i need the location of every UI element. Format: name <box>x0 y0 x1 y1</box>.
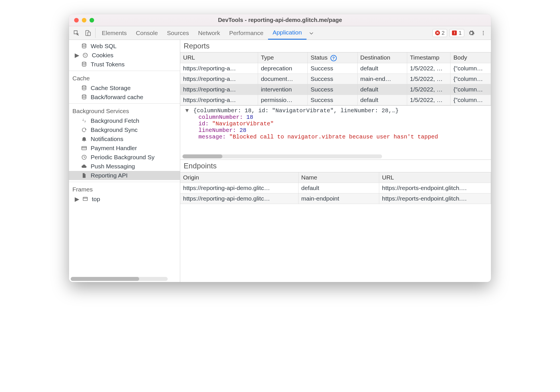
more-options-button[interactable] <box>478 30 488 36</box>
settings-button[interactable] <box>466 30 476 36</box>
sidebar-item-frame-top[interactable]: ▶ top <box>69 195 180 204</box>
database-icon <box>80 62 88 67</box>
database-icon <box>80 94 88 100</box>
sidebar-item-notifications[interactable]: Notifications <box>69 134 180 144</box>
reports-row[interactable]: https://reporting-a… intervention Succes… <box>180 84 491 95</box>
frame-icon <box>82 196 89 202</box>
detail-value: 18 <box>246 114 253 121</box>
sidebar-item-payment-handler[interactable]: Payment Handler <box>69 144 180 153</box>
devtools-window: DevTools - reporting-api-demo.glitch.me/… <box>69 14 491 282</box>
cookie-icon <box>82 52 89 58</box>
card-icon <box>80 145 88 151</box>
sidebar-item-reporting-api[interactable]: Reporting API <box>69 171 180 180</box>
fetch-icon <box>80 118 88 124</box>
col-destination[interactable]: Destination <box>357 52 407 63</box>
device-toolbar-button[interactable] <box>82 26 94 40</box>
endpoints-row[interactable]: https://reporting-api-demo.glitc… defaul… <box>180 183 491 193</box>
sidebar-item-cookies[interactable]: ▶ Cookies <box>69 51 180 60</box>
detail-horizontal-scrollbar[interactable] <box>182 154 382 158</box>
svg-point-6 <box>83 53 88 58</box>
col-timestamp[interactable]: Timestamp <box>407 52 451 63</box>
reports-row[interactable]: https://reporting-a… permissio… Success … <box>180 95 491 105</box>
col-body[interactable]: Body <box>451 52 491 63</box>
reports-table: URL Type Status ? Destination Timestamp … <box>180 52 491 105</box>
sidebar-label: top <box>92 196 100 203</box>
sidebar-label: Push Messaging <box>91 163 135 170</box>
sidebar-item-web-sql[interactable]: Web SQL <box>69 42 180 51</box>
zoom-window-button[interactable] <box>90 18 94 23</box>
tab-application[interactable]: Application <box>268 26 307 40</box>
col-name[interactable]: Name <box>298 172 379 183</box>
main-panel: Reports URL Type Status ? Destination Ti… <box>180 40 491 282</box>
sidebar-item-background-fetch[interactable]: Background Fetch <box>69 116 180 125</box>
more-tabs-button[interactable] <box>307 26 316 40</box>
sidebar-item-push-messaging[interactable]: Push Messaging <box>69 162 180 171</box>
sidebar-item-cache-storage[interactable]: Cache Storage <box>69 83 180 93</box>
issues-badge[interactable]: ! 1 <box>449 29 464 37</box>
sidebar-section-cache: Cache <box>69 73 180 83</box>
status-help-icon[interactable]: ? <box>330 55 337 61</box>
sidebar-section-background-services: Background Services <box>69 105 180 116</box>
detail-value: "Blocked call to navigator.vibrate becau… <box>229 134 438 140</box>
endpoints-title: Endpoints <box>180 160 491 172</box>
issue-icon: ! <box>452 30 457 35</box>
tab-performance[interactable]: Performance <box>225 26 268 40</box>
col-url[interactable]: URL <box>180 52 258 63</box>
col-endpoint-url[interactable]: URL <box>379 172 491 183</box>
database-icon <box>80 85 88 91</box>
svg-point-12 <box>82 86 86 87</box>
svg-point-7 <box>84 54 85 55</box>
sidebar-label: Notifications <box>91 136 123 142</box>
detail-value: "NavigatorVibrate" <box>212 121 274 127</box>
reports-row[interactable]: https://reporting-a… deprecation Success… <box>180 63 491 74</box>
detail-key: lineNumber: <box>198 127 236 134</box>
toolbar-divider <box>95 28 96 38</box>
panel-tabs: Elements Console Sources Network Perform… <box>97 26 307 40</box>
detail-value: 28 <box>240 127 246 134</box>
reports-row[interactable]: https://reporting-a… document… Success m… <box>180 74 491 84</box>
bell-icon <box>80 136 88 142</box>
sidebar-item-background-sync[interactable]: Background Sync <box>69 125 180 134</box>
errors-badge[interactable]: ✕ 2 <box>433 29 447 37</box>
chevron-right-icon: ▶ <box>75 52 79 59</box>
reports-header-row: URL Type Status ? Destination Timestamp … <box>180 52 491 63</box>
sidebar-item-trust-tokens[interactable]: Trust Tokens <box>69 60 180 69</box>
sidebar-label: Trust Tokens <box>91 61 125 68</box>
sidebar-label: Periodic Background Sy <box>91 154 155 161</box>
sidebar-horizontal-scrollbar[interactable] <box>71 277 168 281</box>
sidebar-item-periodic-background-sync[interactable]: Periodic Background Sy <box>69 153 180 162</box>
sidebar-label: Reporting API <box>91 172 128 179</box>
sidebar-label: Background Fetch <box>91 117 139 124</box>
reports-title: Reports <box>180 40 491 52</box>
minimize-window-button[interactable] <box>82 18 86 23</box>
svg-rect-17 <box>83 197 88 201</box>
detail-key: columnNumber: <box>198 114 243 121</box>
endpoints-table: Origin Name URL https://reporting-api-de… <box>180 172 491 204</box>
tab-elements[interactable]: Elements <box>97 26 131 40</box>
col-status[interactable]: Status ? <box>308 52 357 63</box>
inspect-element-button[interactable] <box>71 26 82 40</box>
tab-console[interactable]: Console <box>131 26 163 40</box>
sidebar-item-bf-cache[interactable]: Back/forward cache <box>69 93 180 102</box>
database-icon <box>80 43 88 49</box>
window-title: DevTools - reporting-api-demo.glitch.me/… <box>69 17 491 23</box>
endpoints-row[interactable]: https://reporting-api-demo.glitc… main-e… <box>180 193 491 204</box>
svg-rect-1 <box>88 32 90 36</box>
svg-rect-15 <box>82 148 87 148</box>
detail-summary-line[interactable]: ▼ {columnNumber: 18, id: "NavigatorVibra… <box>185 107 488 114</box>
issues-count: 1 <box>458 30 462 36</box>
errors-count: 2 <box>442 30 445 36</box>
svg-point-4 <box>483 34 484 35</box>
tab-sources[interactable]: Sources <box>163 26 194 40</box>
col-origin[interactable]: Origin <box>180 172 298 183</box>
col-type[interactable]: Type <box>258 52 307 63</box>
tab-network[interactable]: Network <box>194 26 225 40</box>
svg-point-11 <box>82 62 86 64</box>
svg-point-2 <box>483 31 484 32</box>
svg-point-9 <box>84 56 85 56</box>
close-window-button[interactable] <box>74 18 79 23</box>
sidebar-label: Cache Storage <box>91 85 131 91</box>
toolbar: Elements Console Sources Network Perform… <box>69 26 491 40</box>
sidebar-label: Cookies <box>92 52 113 59</box>
chevron-right-icon: ▶ <box>75 196 79 203</box>
